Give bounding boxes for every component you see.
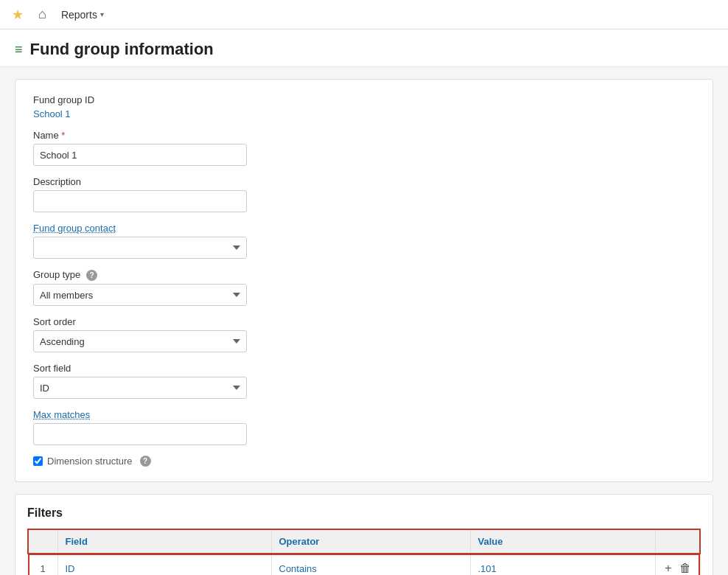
group-type-label: Group type ? — [33, 269, 695, 281]
filter-row-1-actions: + 🗑 — [656, 554, 700, 575]
hamburger-icon[interactable]: ≡ — [15, 42, 23, 58]
main-content: Fund group ID School 1 Name * Descriptio… — [0, 67, 728, 575]
sort-order-field: Sort order Ascending Descending — [33, 316, 695, 352]
filter-row-1-num: 1 — [28, 554, 57, 575]
sort-field-label: Sort field — [33, 363, 695, 374]
max-matches-input[interactable] — [33, 423, 247, 445]
max-matches-field: Max matches — [33, 409, 695, 445]
fund-group-contact-select[interactable] — [33, 237, 247, 259]
group-type-field: Group type ? All members Any member — [33, 269, 695, 306]
filters-title: Filters — [27, 506, 701, 520]
reports-label: Reports — [61, 9, 97, 21]
group-type-select[interactable]: All members Any member — [33, 284, 247, 306]
fund-group-contact-label[interactable]: Fund group contact — [33, 223, 695, 234]
fund-group-id-value: School 1 — [33, 108, 695, 119]
filter-row-1[interactable]: 1 ID Contains .101 + 🗑 — [28, 554, 700, 575]
star-icon[interactable]: ★ — [12, 7, 24, 23]
filters-section: Filters Field Operator Value 1 — [15, 494, 713, 575]
fund-group-contact-field: Fund group contact — [33, 223, 695, 259]
col-header-operator: Operator — [271, 529, 470, 554]
fund-group-id-label: Fund group ID — [33, 94, 695, 105]
required-indicator: * — [61, 130, 65, 141]
delete-row-button[interactable]: 🗑 — [678, 560, 693, 575]
sort-field-select[interactable]: ID Name — [33, 377, 247, 399]
filter-row-1-value[interactable]: .101 — [470, 554, 656, 575]
filters-table-wrapper: Field Operator Value 1 ID Contains .101 — [27, 529, 701, 575]
description-field: Description — [33, 176, 695, 212]
page-title: Fund group information — [30, 40, 214, 59]
filter-row-1-field[interactable]: ID — [57, 554, 271, 575]
dimension-structure-label: Dimension structure — [47, 456, 133, 467]
name-label: Name * — [33, 130, 695, 141]
description-label: Description — [33, 176, 695, 187]
sort-order-label: Sort order — [33, 316, 695, 327]
fund-group-id-field: Fund group ID School 1 — [33, 94, 695, 119]
filters-header-row: Field Operator Value — [28, 529, 700, 554]
name-input[interactable] — [33, 144, 247, 166]
reports-nav[interactable]: Reports ▾ — [61, 9, 104, 21]
add-row-button[interactable]: + — [663, 560, 673, 575]
name-field: Name * — [33, 130, 695, 166]
col-header-num — [28, 529, 57, 554]
dimension-structure-help-icon[interactable]: ? — [140, 456, 151, 467]
dimension-structure-checkbox[interactable] — [33, 456, 43, 466]
filter-row-1-operator[interactable]: Contains — [271, 554, 470, 575]
home-icon[interactable]: ⌂ — [38, 7, 46, 22]
navbar: ★ ⌂ Reports ▾ — [0, 0, 728, 29]
filters-table: Field Operator Value 1 ID Contains .101 — [27, 529, 701, 575]
description-input[interactable] — [33, 190, 247, 212]
sort-field-field: Sort field ID Name — [33, 363, 695, 399]
col-header-actions — [656, 529, 700, 554]
col-header-field: Field — [57, 529, 271, 554]
chevron-down-icon: ▾ — [100, 10, 104, 18]
form-card: Fund group ID School 1 Name * Descriptio… — [15, 79, 713, 482]
max-matches-label[interactable]: Max matches — [33, 409, 695, 420]
group-type-help-icon[interactable]: ? — [86, 270, 97, 281]
dimension-structure-row: Dimension structure ? — [33, 456, 695, 467]
sort-order-select[interactable]: Ascending Descending — [33, 330, 247, 352]
page-header: ≡ Fund group information — [0, 29, 728, 67]
col-header-value: Value — [470, 529, 656, 554]
